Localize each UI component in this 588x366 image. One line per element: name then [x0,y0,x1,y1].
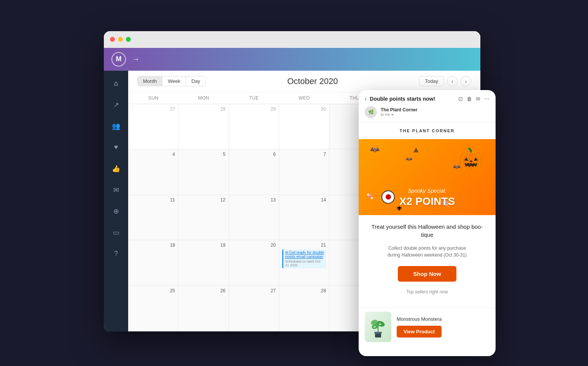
sidebar-item-help[interactable]: ? [109,247,123,261]
banner-text: Spooky Special: X2 POINTS [399,188,455,208]
calendar-cell[interactable]: 29 [229,104,279,149]
calendar-cell[interactable]: 12 [178,195,229,240]
spooky-label: Spooky Special: [399,188,455,194]
halloween-banner: 🦇 🦇 🦇 🎃 🕷 🍬 🍭 ▲ Spooky Specia [359,139,496,215]
email-brand-name: THE PLANT CORNER [359,122,496,139]
eyeball-decoration [381,190,395,204]
sidebar-item-favorites[interactable]: ♥ [109,141,123,154]
sender-avatar: 🌿 [365,106,377,118]
shop-now-button[interactable]: Shop Now [398,266,456,282]
calendar-cell[interactable]: 27 [229,286,279,331]
next-month-button[interactable]: › [461,76,471,87]
monstera-plant-svg [369,315,388,338]
browser-maximize-dot[interactable] [126,37,131,42]
email-back-button[interactable]: ‹ [365,95,367,102]
view-buttons: Month Week Day [137,76,206,86]
product-image [365,312,391,342]
calendar-cell[interactable]: 4 [128,149,178,195]
bat-decoration-1: 🦇 [370,145,380,154]
email-meta: 🌿 The Plant Corner to me ▾ [365,106,489,118]
app-logo: M [111,52,126,67]
calendar-cell[interactable]: 11 [128,195,178,240]
scene: M → ⌂ ↗ 👥 ♥ 👍 ✉ ⊕ ▭ ? [92,16,496,350]
product-row: Monstrous Monstera View Product [359,307,496,346]
calendar-cell[interactable]: 6 [229,149,279,195]
browser-minimize-dot[interactable] [118,37,123,42]
app-header: M → [104,48,480,71]
sidebar-item-analytics[interactable]: ↗ [109,98,123,112]
view-day-button[interactable]: Day [186,76,205,86]
product-name: Monstrous Monstera [397,316,489,322]
email-headline: Treat yourself this Halloween and shop b… [366,223,488,239]
calendar-cell[interactable]: 13 [229,195,279,240]
delete-icon[interactable]: 🗑 [467,96,472,102]
calendar-cell[interactable]: 28 [178,104,229,149]
sender-to: to me ▾ [381,112,418,117]
svg-rect-1 [374,332,382,334]
calendar-cell[interactable]: 5 [178,149,229,195]
triangle-decoration: ▲ [412,145,420,155]
view-product-button[interactable]: View Product [397,326,442,337]
x2-points-label: X2 POINTS [399,195,455,208]
calendar-cell[interactable]: 28 [279,286,329,331]
calendar-cell[interactable]: 30 [279,104,329,149]
email-subtext: Collect double points for any purchasedu… [366,245,488,258]
sender-name: The Plant Corner [381,107,418,112]
day-header-mon: MON [178,92,229,104]
email-subject: Double points starts now! [370,96,455,102]
calendar-cell[interactable]: 18 [128,240,178,285]
pumpkin-decoration: 🎃 [458,147,484,171]
day-header-tue: TUE [229,92,279,104]
email-panel: ‹ Double points starts now! ⊡ 🗑 ✉ ⋯ 🌿 Th… [359,90,496,356]
sidebar-item-audience[interactable]: 👥 [109,119,123,133]
email-panel-header: ‹ Double points starts now! ⊡ 🗑 ✉ ⋯ 🌿 Th… [359,90,496,122]
email-actions: ⊡ 🗑 ✉ ⋯ [458,96,489,102]
calendar-title: October 2020 [206,76,419,86]
calendar-cell-oct21[interactable]: 21 ✉ Get ready for double points email c… [279,240,329,285]
browser-titlebar [104,31,480,48]
sidebar-item-add[interactable]: ⊕ [109,204,123,218]
calendar-cell[interactable]: 14 [279,195,329,240]
day-header-sun: SUN [128,92,178,104]
sidebar: ⌂ ↗ 👥 ♥ 👍 ✉ ⊕ ▭ ? [104,71,128,331]
day-header-wed: WED [279,92,329,104]
prev-month-button[interactable]: ‹ [447,76,458,87]
calendar-cell[interactable]: 7 [279,149,329,195]
more-icon[interactable]: ⋯ [484,96,489,102]
reply-icon[interactable]: ✉ [476,96,480,102]
sidebar-item-thumbsup[interactable]: 👍 [109,162,123,176]
today-button[interactable]: Today [419,76,444,86]
email-back-row: ‹ Double points starts now! ⊡ 🗑 ✉ ⋯ [365,95,489,102]
candy-decoration-1: 🍬 [366,193,374,200]
view-week-button[interactable]: Week [162,76,186,86]
sidebar-item-email[interactable]: ✉ [109,183,123,197]
app-nav-arrow[interactable]: → [132,55,140,63]
calendar-toolbar: Month Week Day October 2020 Today ‹ › [128,71,480,92]
calendar-cell[interactable]: 19 [178,240,229,285]
sender-info: The Plant Corner to me ▾ [381,107,418,117]
bat-decoration-2: 🦇 [406,155,413,162]
archive-icon[interactable]: ⊡ [458,96,463,102]
browser-close-dot[interactable] [110,37,115,42]
email-copy: Treat yourself this Halloween and shop b… [359,215,496,307]
product-info: Monstrous Monstera View Product [397,316,489,337]
sidebar-item-home[interactable]: ⌂ [109,77,123,90]
event-double-points-email[interactable]: ✉ Get ready for double points email camp… [282,249,326,268]
calendar-cell[interactable]: 27 [128,104,178,149]
nav-controls: Today ‹ › [419,76,471,87]
top-sellers-label: Top sellers right now [366,289,488,295]
calendar-cell[interactable]: 25 [128,286,178,331]
sidebar-item-card[interactable]: ▭ [109,226,123,239]
calendar-cell[interactable]: 26 [178,286,229,331]
email-body: THE PLANT CORNER 🦇 🦇 🦇 🎃 🕷 🍬 🍭 [359,122,496,356]
view-month-button[interactable]: Month [138,76,162,86]
calendar-cell[interactable]: 20 [229,240,279,285]
